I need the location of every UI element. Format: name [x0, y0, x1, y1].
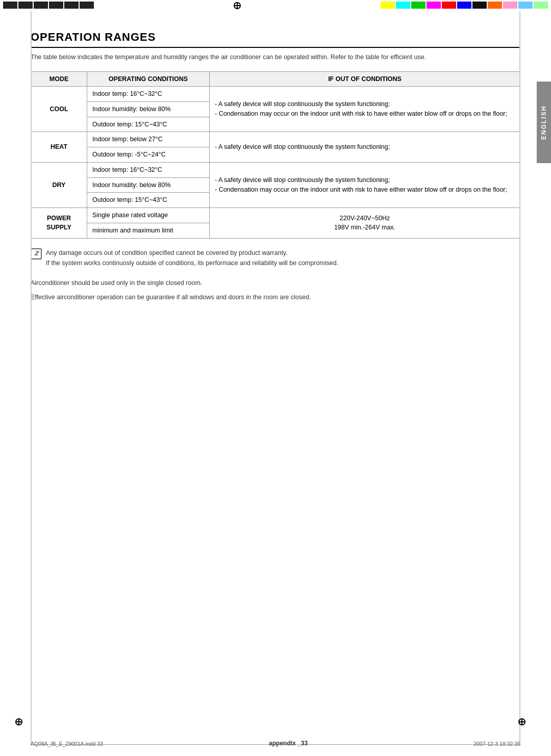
bottom-left-crosshair-icon [15, 718, 22, 725]
seg-blue [457, 2, 471, 9]
extra-line-1: Airconditioner should be used only in th… [31, 277, 520, 289]
seg-1 [3, 2, 17, 9]
top-bar-center-crosshair [97, 0, 378, 11]
seg-lightblue [518, 2, 533, 9]
seg-2 [18, 2, 33, 9]
bottom-right-crosshair-icon [518, 718, 525, 725]
seg-3 [34, 2, 48, 9]
crosshair-circle [234, 2, 241, 9]
side-language-label: ENGLISH [537, 82, 551, 163]
dry-out: - A safety device will stop continuously… [210, 162, 520, 207]
power-cond-2: minimum and maximum limit [87, 223, 210, 238]
mode-power-supply: POWER SUPPLY [31, 208, 87, 239]
cool-out: - A safety device will stop continuously… [210, 87, 520, 132]
dry-cond-3: Outdoor temp: 15°C~43°C [87, 193, 210, 208]
heat-cond-2: Outdoor temp: -5°C~24°C [87, 147, 210, 163]
note-box: ℤ Any damage occurs out of condition spe… [31, 248, 520, 268]
dry-cond-2: Indoor humidity: below 80% [87, 177, 210, 193]
top-bar [0, 0, 551, 11]
heat-cond-1: Indoor temp: below 27°C [87, 132, 210, 147]
dry-cond-1: Indoor temp: 16°C~32°C [87, 162, 210, 177]
page-title: OPERATION RANGES [31, 31, 520, 48]
cool-cond-3: Outdoor temp: 15°C~43°C [87, 117, 210, 132]
right-border [519, 11, 520, 745]
bottom-crosshair-left [15, 718, 22, 725]
table-row-power: POWER SUPPLY Single phase rated voltage … [31, 208, 520, 223]
top-bar-right-segs [378, 0, 551, 11]
extra-line-2: Effective airconditioner operation can b… [31, 292, 520, 303]
seg-red [442, 2, 456, 9]
operation-ranges-table: MODE OPERATING CONDITIONS IF OUT OF COND… [31, 71, 520, 239]
main-content: OPERATION RANGES The table below indicat… [31, 20, 520, 303]
top-bar-left-segs [0, 0, 97, 11]
mode-dry: DRY [31, 162, 87, 207]
seg-magenta [427, 2, 441, 9]
seg-green [411, 2, 425, 9]
seg-darkgray [472, 2, 487, 9]
top-crosshair [234, 2, 241, 9]
power-out: 220V-240V~50Hz198V min.-264V max. [210, 208, 520, 239]
page-footer: AQ09A_IB_E_29001A.indd 33 appendix _33 2… [31, 740, 520, 747]
table-row-heat: HEAT Indoor temp: below 27°C - A safety … [31, 132, 520, 147]
col-header-mode: MODE [31, 72, 87, 87]
mode-heat: HEAT [31, 132, 87, 163]
seg-orange [488, 2, 502, 9]
footer-page-number: appendix _33 [269, 740, 308, 747]
note-text: Any damage occurs out of condition speci… [46, 248, 338, 268]
cool-cond-1: Indoor temp: 16°C~32°C [87, 87, 210, 102]
seg-4 [49, 2, 63, 9]
seg-cyan [396, 2, 410, 9]
bottom-crosshair-right [518, 718, 525, 725]
left-border [31, 11, 32, 745]
footer-filename: AQ09A_IB_E_29001A.indd 33 [31, 741, 103, 747]
seg-pink [503, 2, 517, 9]
note-icon: ℤ [31, 248, 42, 259]
seg-yellow [381, 2, 395, 9]
cool-cond-2: Indoor humidity: below 80% [87, 101, 210, 117]
col-header-out: IF OUT OF CONDITIONS [210, 72, 520, 87]
footer-timestamp: 2007-12-3 18:32:35 [473, 741, 520, 747]
col-header-conditions: OPERATING CONDITIONS [87, 72, 210, 87]
mode-cool: COOL [31, 87, 87, 132]
intro-text: The table below indicates the temperatur… [31, 52, 520, 62]
table-header-row: MODE OPERATING CONDITIONS IF OUT OF COND… [31, 72, 520, 87]
seg-5 [64, 2, 79, 9]
seg-lightgreen [534, 2, 548, 9]
table-row-cool: COOL Indoor temp: 16°C~32°C - A safety d… [31, 87, 520, 102]
power-cond-1: Single phase rated voltage [87, 208, 210, 223]
table-row-dry: DRY Indoor temp: 16°C~32°C - A safety de… [31, 162, 520, 177]
seg-6 [80, 2, 94, 9]
heat-out: - A safety device will stop continuously… [210, 132, 520, 163]
